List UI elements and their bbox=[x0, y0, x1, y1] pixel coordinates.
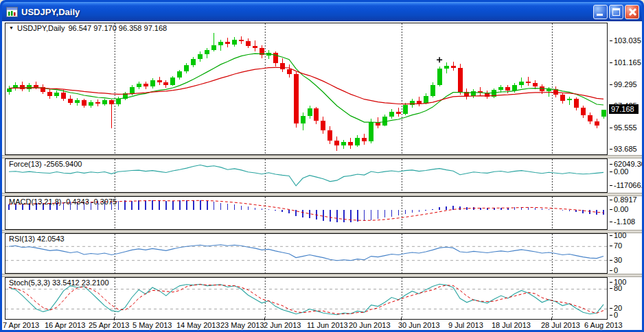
time-axis-label: 30 Jun 2013 bbox=[398, 321, 440, 329]
y-axis-tick-label: 99.295 bbox=[614, 80, 637, 88]
macd-label: MACD(13,21,8) -0.4343 -0.3075 bbox=[9, 198, 117, 206]
last-price-tag: 97.168 bbox=[609, 104, 639, 114]
macd-y-axis[interactable]: 0.89170.00-1.108 bbox=[609, 196, 641, 230]
force-label: Force(13) -2565.9400 bbox=[9, 160, 82, 168]
time-axis-tick bbox=[401, 318, 402, 320]
force-indicator-panel[interactable]: Force(13) -2565.9400 bbox=[5, 158, 608, 193]
ohlc-values: 96.547 97.170 96.358 97.168 bbox=[68, 24, 167, 32]
y-axis-tick-label: 93.685 bbox=[614, 145, 637, 153]
chart-icon bbox=[6, 7, 18, 17]
time-axis-label: 25 Apr 2013 bbox=[89, 321, 129, 329]
close-icon bbox=[625, 5, 639, 19]
rsi-indicator-panel[interactable]: RSI(13) 42.0543 bbox=[5, 233, 608, 274]
y-axis-tick-label: -117066.0 bbox=[614, 181, 642, 189]
time-axis-label: 6 Aug 2013 bbox=[584, 321, 623, 329]
y-axis-tick-label: 80 bbox=[614, 284, 622, 292]
rsi-chart[interactable] bbox=[5, 234, 607, 273]
y-axis-tick-label: 103.035 bbox=[614, 36, 641, 45]
stochastic-y-axis[interactable]: 10080200 bbox=[609, 277, 641, 320]
time-axis[interactable]: 7 Apr 201316 Apr 201325 Apr 20135 May 20… bbox=[2, 320, 642, 330]
chart-client-area: ▼ USDJPY,Daily 96.547 97.170 96.358 97.1… bbox=[2, 21, 642, 330]
time-axis-label: 18 Jul 2013 bbox=[492, 321, 531, 329]
time-axis-label: 20 Jun 2013 bbox=[349, 321, 391, 329]
minimize-button[interactable] bbox=[593, 5, 608, 19]
close-button[interactable] bbox=[625, 5, 639, 19]
time-axis-label: 11 Jun 2013 bbox=[307, 321, 348, 329]
y-axis-tick-label: 100 bbox=[614, 231, 626, 239]
time-axis-label: 23 May 2013 bbox=[220, 321, 264, 329]
y-axis-tick-label: 0 bbox=[614, 311, 618, 319]
maximize-icon bbox=[612, 8, 620, 16]
time-axis-tick bbox=[114, 318, 115, 320]
maximize-button[interactable] bbox=[609, 5, 623, 19]
main-price-chart[interactable] bbox=[5, 23, 607, 154]
plus-marker bbox=[437, 57, 442, 62]
time-axis-label: 5 May 2013 bbox=[133, 321, 172, 329]
time-axis-tick bbox=[551, 318, 552, 320]
y-axis-tick-label: -1.108 bbox=[614, 217, 635, 226]
time-axis-label: 14 May 2013 bbox=[176, 321, 220, 329]
window-controls bbox=[593, 5, 639, 19]
force-y-axis[interactable]: 62049.300.00-117066.0 bbox=[609, 158, 641, 193]
stochastic-label: Stoch(5,3,3) 33.5412 23.2100 bbox=[9, 278, 109, 287]
time-axis-tick bbox=[264, 318, 265, 320]
window-title: USDJPY,Daily bbox=[21, 7, 593, 17]
stochastic-indicator-panel[interactable]: Stoch(5,3,3) 33.5412 23.2100 bbox=[5, 277, 608, 320]
macd-indicator-panel[interactable]: MACD(13,21,8) -0.4343 -0.3075 bbox=[5, 196, 608, 230]
main-price-panel[interactable]: ▼ USDJPY,Daily 96.547 97.170 96.358 97.1… bbox=[5, 23, 608, 155]
chart-window: USDJPY,Daily ▼ USDJPY,Daily 96.547 97.17… bbox=[0, 0, 644, 332]
y-axis-tick-label: 101.165 bbox=[614, 58, 641, 67]
y-axis-tick-label: 95.555 bbox=[614, 123, 637, 132]
time-axis-label: 9 Jul 2013 bbox=[448, 321, 483, 329]
y-axis-tick-label: 0.8917 bbox=[614, 195, 637, 204]
main-chart-label: ▼ USDJPY,Daily 96.547 97.170 96.358 97.1… bbox=[9, 24, 167, 32]
minimize-icon bbox=[597, 14, 603, 16]
y-axis-tick-label: 70 bbox=[614, 241, 622, 250]
y-axis-tick-label: 30 bbox=[614, 256, 622, 264]
symbol-period-label: USDJPY,Daily bbox=[17, 24, 65, 32]
rsi-y-axis[interactable]: 10070300 bbox=[609, 233, 641, 274]
time-axis-label: 16 Apr 2013 bbox=[45, 321, 85, 329]
time-axis-label: 28 Jul 2013 bbox=[541, 321, 580, 329]
force-chart[interactable] bbox=[5, 159, 607, 192]
y-axis-tick-label: 0.00 bbox=[614, 205, 628, 213]
time-axis-label: 2 Jun 2013 bbox=[264, 321, 301, 329]
title-bar[interactable]: USDJPY,Daily bbox=[2, 2, 642, 21]
time-axis-label: 7 Apr 2013 bbox=[3, 321, 39, 329]
dropdown-arrow-icon[interactable]: ▼ bbox=[9, 25, 14, 32]
y-axis-tick-label: 0.00 bbox=[614, 167, 628, 176]
main-y-axis[interactable]: 97.168 103.035101.16599.29597.42595.5559… bbox=[609, 23, 641, 155]
rsi-label: RSI(13) 42.0543 bbox=[9, 235, 65, 243]
